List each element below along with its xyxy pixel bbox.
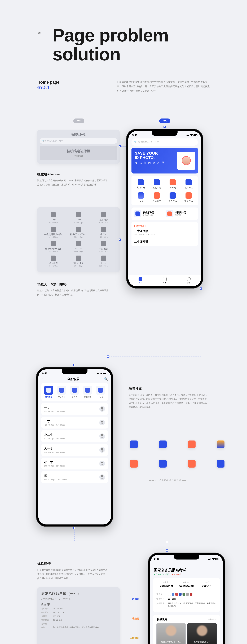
old-search-input[interactable]: 🔍 搜索规格名称、尺寸 (40, 138, 117, 144)
spec-icon (101, 241, 106, 246)
note-grid-desc: 新版本内我们将宫格拆分成了2块，使用场景入口和热门规格，只保留常用的10个热门规… (37, 288, 109, 297)
spec-icon (76, 212, 81, 218)
detail-row: 冲印尺寸14 × 18 mm (41, 608, 116, 610)
feature-row: 职业形象照 提升自我气质 拍摄团体照 团建不乱 (131, 208, 198, 220)
spec-item[interactable]: 大一寸390 × 567px | 33 × 48mm制作 (41, 444, 108, 456)
home-icon (139, 277, 142, 281)
feature-group-photo[interactable]: 拍摄团体照 团建不乱 (166, 210, 195, 217)
old-app-title: 智能证件照 (40, 132, 117, 136)
anchor-dot (166, 541, 168, 543)
tab-profile[interactable]: 我的 (187, 277, 191, 284)
category-icon (217, 460, 225, 468)
tab-edit[interactable]: 修改 (163, 277, 167, 284)
old-spec-cell[interactable]: 贵州公务员295 × 413 px (66, 254, 91, 268)
category-tab[interactable]: 公务员 (69, 386, 80, 398)
spec-item[interactable]: 小一寸260 × 378px | 22 × 32mm制作 (41, 458, 108, 470)
category-tab[interactable]: IT认证 (95, 386, 107, 398)
spec-chips: 支持保存电子照 支持冲印 (150, 573, 223, 578)
camera-button[interactable]: 制作 (99, 447, 105, 453)
category-icon (44, 386, 53, 395)
scene-cell[interactable]: 通用寸照 (133, 179, 149, 189)
spec-gallery-card: 拍摄攻略 查看更多 > 选择纯色背景人像、效… 动态清楚摄像头拍摄 (153, 615, 220, 644)
scene-cell[interactable]: 语言考试 (165, 192, 181, 202)
category-tab[interactable]: 通用寸照 (43, 386, 54, 398)
anchor-dot (73, 364, 75, 366)
search-input[interactable]: 🔍 搜索规格名称、尺寸 (131, 138, 198, 146)
scene-cell[interactable]: 建筑工程 (149, 179, 165, 189)
spec-item[interactable]: 一寸295 × 413px | 25 × 35mm制作 (41, 403, 108, 415)
old-spec-cell[interactable]: 学籍照片307 × 378 px (92, 240, 116, 254)
feature-career-photo[interactable]: 职业形象照 提升自我气质 (134, 210, 163, 217)
tab-bar: 首页 修改 我的 (128, 274, 201, 286)
page-title: Page problem solution (52, 26, 169, 64)
category-icon (70, 386, 79, 395)
old-banner: 轻松搞定证件照 仅需1分钟 (40, 146, 117, 160)
section-label-home: Home page /首页设计 (37, 80, 59, 90)
connector (201, 288, 201, 356)
spec-title: 国家公务员报名考试 (150, 566, 223, 573)
hot-item[interactable]: 一寸证件照 295 × 413px | 25 × 35mm (131, 227, 198, 238)
badge-old-1: Old (73, 118, 84, 123)
stat-cell: 分辨率300DPI (197, 581, 217, 588)
camera-button[interactable]: 制作 (99, 420, 105, 426)
phone-scene-search: 9:41 ‹ 全部场景 🔍 通用寸照学历考试公务员职业资格IT认证 一寸295 … (36, 367, 113, 527)
old-detail-panel: 康复治疗师考试（一寸） 支持保存电子照 不支持快递 规格详情 冲印尺寸14 × … (37, 587, 120, 644)
gallery-image[interactable]: 选择纯色背景人像、效… (156, 623, 186, 644)
camera-button[interactable]: 制作 (99, 461, 105, 466)
old-spec-cell[interactable]: 高考报名480 × 640 px (92, 211, 116, 225)
spec-icon (101, 227, 106, 232)
spec-item[interactable]: 小二寸413 × 531px | 35 × 45mm制作 (41, 430, 108, 442)
level-bar-1 (127, 592, 127, 608)
category-icon (188, 440, 196, 448)
spec-item[interactable]: 四寸900 × 1200px | 76 × 102mm制作 (41, 471, 108, 483)
badge-new-1: New (159, 118, 170, 123)
tab-home[interactable]: 首页 (139, 277, 142, 284)
scene-cell[interactable]: 学历考试 (181, 192, 197, 202)
hot-item[interactable]: 二寸证件照 (131, 238, 198, 246)
old-spec-cell[interactable]: 二寸413 × 579 px (66, 211, 91, 225)
scene-cell[interactable]: 公务员 (165, 179, 181, 189)
camera-button[interactable]: 制作 (99, 434, 105, 439)
spec-icon (51, 241, 56, 246)
detail-row: 像素尺寸295 × 413 px (41, 611, 116, 614)
old-spec-cell[interactable]: 社保证（3000…358 × 448 px (66, 226, 91, 239)
notch (174, 555, 199, 560)
back-icon[interactable]: ‹ (154, 562, 155, 566)
scene-cell[interactable]: 职业资格 (181, 179, 197, 189)
scene-cell[interactable]: 医药卫生 (149, 192, 165, 202)
old-spec-cell[interactable]: 中级会计职称考试114 × 156 px (41, 226, 65, 239)
level-bar-3 (127, 630, 127, 644)
spec-item[interactable]: 二寸413 × 579px | 35 × 49mm制作 (41, 417, 108, 428)
category-icon (188, 460, 196, 468)
camera-button[interactable]: 制作 (99, 406, 105, 412)
note-grid-title: 场景入口&热门规格 (37, 282, 66, 286)
old-spec-cell[interactable]: 大一寸390 × 567 px (92, 254, 116, 268)
more-link[interactable]: 查看更多 > (207, 618, 216, 621)
category-tab[interactable]: 职业资格 (82, 386, 93, 398)
iconrow-caption: —— 统一分类图标 视觉更清晰 —— (149, 479, 186, 482)
category-tab[interactable]: 学历考试 (56, 386, 67, 398)
search-icon[interactable]: 🔍 (104, 377, 108, 381)
old-spec-cell[interactable]: 小一寸260 × 378 px (66, 240, 91, 254)
level-3-label: 三级信息 (130, 636, 139, 639)
section-scene-title: 场景搜索 (129, 386, 142, 391)
old-spec-cell[interactable]: 一寸295 × 413 px (41, 211, 65, 225)
gallery-image[interactable]: 动态清楚摄像头拍摄 (188, 623, 217, 644)
category-icon (159, 460, 167, 468)
page-number: 06 (38, 31, 41, 35)
old-spec-cell[interactable]: 保险从业考核证210 × 370 px (41, 240, 65, 254)
screen-title: 全部场景 (67, 377, 79, 381)
banner-avatar (177, 152, 195, 170)
battery-icon (215, 558, 219, 560)
camera-button[interactable]: 制作 (99, 474, 105, 480)
section-detail-desc: 旧版的的规格详情只是做了信息的罗列，很容易让用户遗漏相关信息而选错规格。新版本中… (37, 568, 109, 580)
detail-row: 文件格式49 KB 以上 (41, 619, 116, 621)
category-icon (83, 386, 92, 395)
wifi-icon (212, 558, 215, 560)
color-swatches[interactable] (168, 593, 193, 596)
home-banner[interactable]: SAVE YOUR ID-PHOTO. 给 我 你 的 漂 历 照 (131, 148, 198, 174)
back-icon[interactable]: ‹ (41, 377, 42, 381)
old-spec-cell[interactable]: 成人自考400 × 576 px (41, 254, 65, 268)
scene-cell[interactable]: IT认证 (133, 192, 149, 202)
old-spec-cell[interactable]: 小二寸413 × 531 px (92, 226, 116, 239)
